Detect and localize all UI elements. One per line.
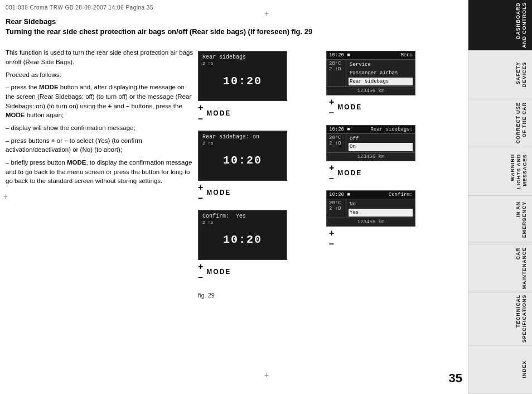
rscreen2-menu: Off On bbox=[346, 134, 415, 152]
rscreen1-item-1: Service bbox=[349, 61, 413, 69]
center-screen-2: Rear sidebags: on 2 ↑b 10:20 + – MODE bbox=[198, 131, 287, 203]
rscreen2-body: 20°C 2 ↑D Off On bbox=[327, 134, 415, 152]
para-1: This function is used to turn the rear s… bbox=[6, 48, 195, 66]
display-2: Rear sidebags: on 2 ↑b 10:20 bbox=[198, 131, 287, 181]
sidebar-item-correct-use[interactable]: CORRECT USEOF THE CAR bbox=[468, 99, 532, 148]
rscreen3-footer: 123456 km bbox=[327, 218, 415, 226]
para-4: – display will show the confirmation mes… bbox=[6, 123, 195, 133]
sidebar: DASHBOARDAND CONTROLS SAFETYDEVICES CORR… bbox=[468, 0, 532, 394]
rscreen1-mode: MODE bbox=[337, 103, 362, 111]
rscreen2-item-1: Off bbox=[349, 135, 413, 143]
rscreen3-header: 10:20 ■ Confirm: bbox=[327, 191, 415, 199]
rscreen2-item-2: On bbox=[349, 143, 413, 151]
title-section: Rear Sidebags Turning the rear side ches… bbox=[6, 17, 465, 37]
rscreen1-footer: 123456 km bbox=[327, 87, 415, 95]
sidebar-label-safety: SAFETYDEVICES bbox=[514, 60, 529, 89]
rscreen3-left: 20°C 2 ↑D bbox=[327, 199, 346, 218]
rscreen3-pm: + – bbox=[329, 228, 334, 249]
screen2-title: Rear sidebags: on 2 ↑b bbox=[202, 134, 283, 146]
sidebar-item-dashboard[interactable]: DASHBOARDAND CONTROLS bbox=[468, 0, 532, 51]
rscreen1-item-3: Rear sidebags bbox=[349, 78, 413, 86]
screen3-mode: MODE bbox=[206, 268, 231, 276]
rscreen2-mode: MODE bbox=[337, 169, 362, 177]
sidebar-item-safety[interactable]: SAFETYDEVICES bbox=[468, 51, 532, 99]
sidebar-label-dashboard: DASHBOARDAND CONTROLS bbox=[514, 0, 529, 50]
content-columns: This function is used to turn the rear s… bbox=[6, 48, 465, 298]
display-1: Rear sidebags 2 ↑b 10:20 bbox=[198, 51, 287, 101]
page-number: 35 bbox=[449, 371, 462, 386]
right-screen-2: 10:20 ■ Rear sidebags: 20°C 2 ↑D Off On bbox=[326, 125, 454, 184]
fig-label: fig. 29 bbox=[198, 292, 215, 299]
sidebar-item-maintenance[interactable]: CARMAINTENANCE bbox=[468, 244, 532, 293]
right-screen-3: 10:20 ■ Confirm: 20°C 2 ↑D No Yes 123 bbox=[326, 190, 454, 249]
screen1-pm: + – bbox=[198, 102, 203, 123]
screen2-mode: MODE bbox=[206, 189, 231, 196]
screen2-pm: + – bbox=[198, 182, 203, 203]
rscreen3-body: 20°C 2 ↑D No Yes bbox=[327, 199, 415, 218]
sidebar-item-index[interactable]: INDEX bbox=[468, 345, 532, 394]
right-column: 10:20 ■ Menu 20°C 2 ↑D Service Passanger… bbox=[326, 51, 454, 298]
header-meta: 001-038 Croma TRW GB 28-09-2007 14:06 Pa… bbox=[6, 4, 153, 11]
sidebar-item-warning[interactable]: WARNINGLIGHTS ANDMESSAGES bbox=[468, 147, 532, 196]
para-5: – press buttons + or – to select (Yes) (… bbox=[6, 136, 195, 155]
page-title: Rear Sidebags Turning the rear side ches… bbox=[6, 17, 465, 37]
sidebar-label-correct-use: CORRECT USEOF THE CAR bbox=[514, 100, 529, 146]
screen3-controls: + – MODE bbox=[198, 261, 231, 282]
screen2-controls: + – MODE bbox=[198, 182, 231, 203]
para-6: – briefly press button MODE, to display … bbox=[6, 158, 195, 186]
rscreen2-footer: 123456 km bbox=[327, 152, 415, 161]
center-column: Rear sidebags 2 ↑b 10:20 + – MODE bbox=[198, 51, 326, 298]
center-screen-1: Rear sidebags 2 ↑b 10:20 + – MODE bbox=[198, 51, 287, 123]
sidebar-label-technical: TECHNICALSPECIFICATIONS bbox=[514, 292, 529, 345]
rscreen1-controls: + – MODE bbox=[326, 97, 362, 118]
rscreen3-item-1: No bbox=[349, 200, 413, 209]
sidebar-label-index: INDEX bbox=[520, 358, 529, 381]
right-screen-1: 10:20 ■ Menu 20°C 2 ↑D Service Passanger… bbox=[326, 51, 454, 118]
display-3: Confirm: Yes 2 ↑b 10:20 bbox=[198, 210, 287, 260]
main-content: Rear Sidebags Turning the rear side ches… bbox=[6, 17, 465, 383]
body-text: This function is used to turn the rear s… bbox=[6, 48, 195, 186]
screen3-time: 10:20 bbox=[202, 233, 283, 246]
para-3: – press the MODE button and, after displ… bbox=[6, 83, 195, 120]
rscreen1-menu: Service Passanger airbas Rear sidebags bbox=[346, 60, 415, 87]
screen1-time: 10:20 bbox=[202, 75, 283, 88]
rscreen3-item-2: Yes bbox=[349, 209, 413, 217]
screen3-title: Confirm: Yes 2 ↑b bbox=[202, 213, 283, 225]
rscreen3-controls: + – bbox=[326, 228, 334, 249]
right-display-3: 10:20 ■ Confirm: 20°C 2 ↑D No Yes 123 bbox=[326, 190, 415, 227]
rscreen1-body: 20°C 2 ↑D Service Passanger airbas Rear … bbox=[327, 60, 415, 87]
rscreen2-left: 20°C 2 ↑D bbox=[327, 134, 346, 152]
rscreen1-pm: + – bbox=[329, 97, 334, 118]
left-column: This function is used to turn the rear s… bbox=[6, 48, 198, 298]
rscreen1-left: 20°C 2 ↑D bbox=[327, 60, 346, 87]
screen1-mode: MODE bbox=[206, 109, 231, 117]
rscreen3-menu: No Yes bbox=[346, 199, 415, 218]
para-2: Proceed as follows: bbox=[6, 70, 195, 80]
rscreen1-header: 10:20 ■ Menu bbox=[327, 51, 415, 60]
sidebar-label-warning: WARNINGLIGHTS ANDMESSAGES bbox=[509, 152, 529, 191]
screen1-controls: + – MODE bbox=[198, 102, 231, 123]
rscreen2-pm: + – bbox=[329, 162, 334, 184]
sidebar-item-emergency[interactable]: IN ANEMERGENCY bbox=[468, 196, 532, 244]
sidebar-item-technical[interactable]: TECHNICALSPECIFICATIONS bbox=[468, 292, 532, 345]
screen3-pm: + – bbox=[198, 261, 203, 282]
sidebar-label-maintenance: CARMAINTENANCE bbox=[514, 245, 529, 291]
right-display-1: 10:20 ■ Menu 20°C 2 ↑D Service Passanger… bbox=[326, 51, 415, 95]
right-display-2: 10:20 ■ Rear sidebags: 20°C 2 ↑D Off On bbox=[326, 125, 415, 161]
center-screen-3: Confirm: Yes 2 ↑b 10:20 + – MODE bbox=[198, 210, 287, 282]
rscreen2-controls: + – MODE bbox=[326, 162, 362, 184]
screen1-title: Rear sidebags 2 ↑b bbox=[202, 54, 283, 66]
sidebar-label-emergency: IN ANEMERGENCY bbox=[514, 199, 529, 240]
rscreen1-item-2: Passanger airbas bbox=[349, 69, 413, 78]
rscreen2-header: 10:20 ■ Rear sidebags: bbox=[327, 126, 415, 134]
screen2-time: 10:20 bbox=[202, 154, 283, 167]
